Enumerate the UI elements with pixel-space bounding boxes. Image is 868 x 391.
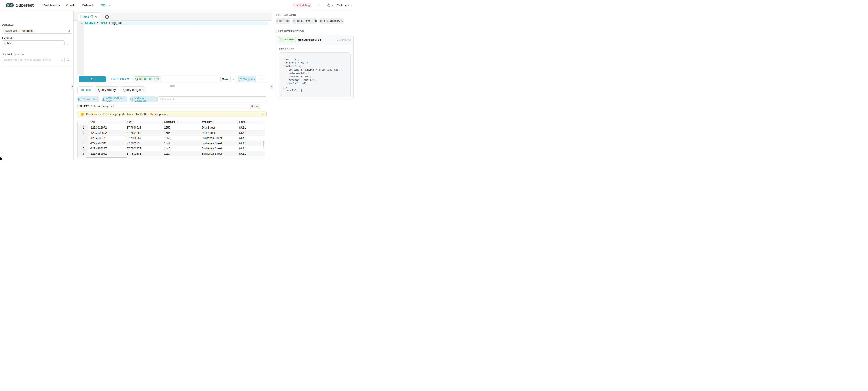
copy-clipboard-button[interactable]: Copy to Clipboard [130, 96, 157, 102]
editor-toolbar: Run LIMIT: 1000 00:00:00.189 Save [77, 75, 268, 83]
table-cell: NULL [237, 151, 265, 156]
copy-link-label: Copy link [243, 77, 255, 81]
divider [2, 66, 71, 66]
sun-icon [327, 3, 330, 7]
mouse-cursor [0, 157, 3, 160]
save-options-button[interactable] [230, 76, 236, 82]
table-cell: -122.3908502 [88, 130, 125, 135]
nav-item-charts[interactable]: Charts [63, 0, 79, 10]
query-tab[interactable]: Tab 1 [78, 12, 101, 21]
nav-item-sql[interactable]: SQL [98, 0, 113, 10]
download-csv-button[interactable]: Download to CSV [102, 96, 127, 102]
column-header-unit[interactable]: UNIT [237, 120, 265, 125]
table-row: 5-122.428524737.78031721140Buchanan Stre… [78, 146, 265, 151]
sort-icon[interactable] [246, 121, 248, 124]
horizontal-scrollbar-thumb[interactable] [86, 157, 127, 159]
sql-statement: SELECT * from long_lat [85, 21, 123, 25]
table-cell: NULL [237, 135, 265, 140]
vertical-scrollbar-thumb[interactable] [263, 141, 264, 148]
sort-icon[interactable] [213, 121, 214, 124]
results-actions: Create chart Download to CSV Copy to Cli… [73, 96, 272, 102]
refresh-tables-icon[interactable] [66, 58, 69, 62]
schema-select[interactable]: public [2, 40, 65, 46]
sql-lab-api-panel: SQL LAB APIS getTabs getCurrentTab getDa… [272, 10, 355, 160]
drag-handle-icon[interactable] [80, 15, 81, 18]
brand[interactable]: Superset [6, 3, 34, 8]
filter-results-input[interactable] [157, 96, 267, 102]
horizontal-scrollbar[interactable] [78, 157, 265, 159]
brand-name: Superset [16, 3, 34, 8]
row-index-header [78, 120, 88, 125]
table-select[interactable]: Select table or type to search tables [2, 57, 65, 62]
table-cell: -122.3912672 [88, 125, 125, 130]
row-index: 6 [78, 151, 88, 156]
sidebar: Database postgresql examples Schema publ… [0, 10, 73, 160]
get-databases-button[interactable]: getDatabases [319, 18, 344, 24]
settings-menu[interactable]: Settings [337, 3, 351, 7]
limit-dropdown[interactable]: LIMIT: 1000 [111, 75, 129, 83]
column-header-lon[interactable]: LON [88, 120, 125, 125]
table-cell: Buchanan Street [200, 135, 237, 140]
plus-circle-icon [105, 15, 109, 19]
table-cell: -122.428577 [88, 135, 125, 140]
row-limit-warning: ! The number of rows displayed is limite… [78, 111, 267, 117]
get-tabs-button[interactable]: getTabs [276, 18, 290, 24]
sql-code-editor[interactable]: 1 SELECT * from long_lat [78, 21, 268, 75]
tab-results[interactable]: Results [78, 86, 94, 93]
table-cell: 1142 [162, 140, 200, 146]
sort-icon[interactable] [177, 121, 178, 124]
table-cell: 04th Street [200, 130, 237, 135]
line-number: 1 [78, 21, 83, 24]
get-tabs-label: getTabs [279, 19, 290, 23]
chevron-down-icon [108, 4, 110, 6]
column-header-lat[interactable]: LAT [125, 120, 162, 125]
sql-text: long_lat [109, 21, 122, 25]
save-split-button[interactable]: Save [220, 76, 236, 82]
theme-toggle-button[interactable] [327, 3, 333, 7]
database-label: Database [2, 23, 13, 26]
tab-query-insights[interactable]: Query Insights [120, 86, 146, 93]
caret-down-icon [127, 78, 129, 80]
get-current-tab-label: getCurrentTab [297, 19, 317, 23]
table-cell: -122.4285341 [88, 140, 125, 146]
column-header-street[interactable]: STREET [200, 120, 237, 125]
timer-value: 00:00:00.189 [139, 78, 159, 81]
sql-lab-page: Superset Dashboards Charts Datasets SQL … [0, 0, 355, 160]
nav-item-dashboards[interactable]: Dashboards [39, 0, 63, 10]
close-tab-icon[interactable] [95, 16, 97, 18]
refresh-schema-icon[interactable] [66, 41, 69, 46]
resize-drag-handle[interactable] [170, 85, 175, 87]
add-tab-button[interactable] [103, 13, 111, 21]
navbar: Superset Dashboards Charts Datasets SQL … [0, 0, 355, 10]
database-select[interactable]: postgresql examples [2, 28, 72, 34]
table-row: 2-122.390850237.7694259150504th StreetNU… [78, 130, 265, 135]
table-schema-label: See table schema [2, 53, 24, 56]
more-actions-button[interactable]: ••• [261, 75, 265, 83]
nav-item-datasets[interactable]: Datasets [79, 0, 98, 10]
close-warning-icon[interactable] [261, 113, 264, 116]
print-margin-line [194, 21, 194, 75]
column-header-number[interactable]: NUMBER [162, 120, 200, 125]
table-header-row: LON LAT NUMBER STREET UNIT [78, 120, 265, 125]
save-button[interactable]: Save [220, 76, 230, 82]
get-current-tab-button[interactable]: getCurrentTab [292, 18, 317, 24]
sort-icon[interactable] [133, 121, 134, 124]
navbar-right: flask-debug Settings [293, 3, 355, 7]
sql-text: long_lat [101, 105, 114, 108]
interaction-header: COMMAND getCurrentTab 9:34:48 AM [276, 35, 353, 45]
copy-link-button[interactable]: Copy link [238, 76, 256, 82]
get-databases-label: getDatabases [324, 19, 343, 23]
results-table-body: 1-122.391267237.7690928155004th StreetNU… [78, 125, 265, 156]
new-item-button[interactable] [316, 3, 322, 7]
table-cell: 37.780385 [125, 140, 162, 146]
collapse-right-panel-button[interactable]: › [270, 84, 273, 90]
tab-query-history[interactable]: Query history [95, 86, 119, 93]
collapse-left-panel-button[interactable]: ‹ [71, 84, 74, 90]
nav-item-sql-label: SQL [101, 0, 107, 10]
create-chart-button[interactable]: Create chart [78, 96, 99, 102]
run-button[interactable]: Run [79, 76, 106, 82]
table-cell: 37.7690928 [125, 125, 162, 130]
command-badge: COMMAND [279, 37, 296, 42]
sort-icon[interactable] [96, 121, 98, 124]
response-json: { "id": "1", "title": "Tab 1", "editor":… [281, 55, 348, 95]
